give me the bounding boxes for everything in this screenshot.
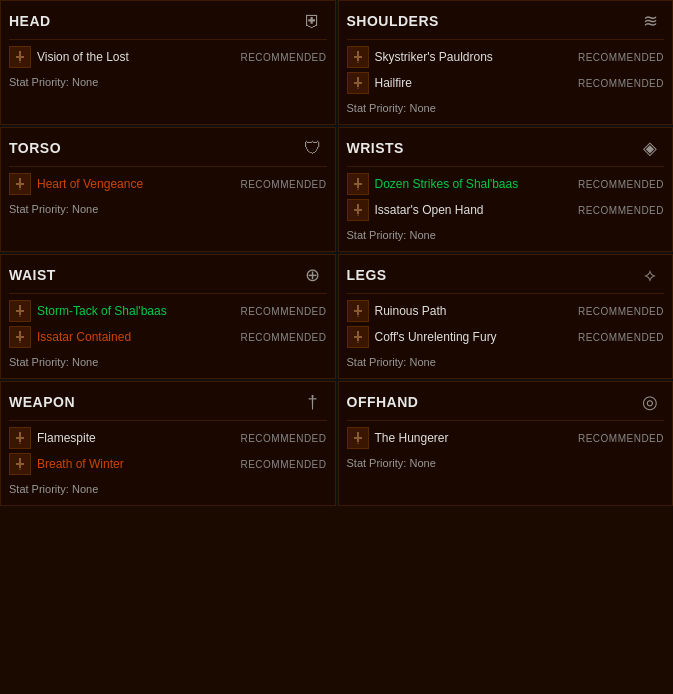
item-icon bbox=[9, 46, 31, 68]
svg-marker-32 bbox=[19, 442, 21, 444]
list-item[interactable]: Issatar's Open HandRECOMMENDED bbox=[347, 199, 665, 221]
list-item[interactable]: HailfireRECOMMENDED bbox=[347, 72, 665, 94]
panel-icon-offhand: ◎ bbox=[636, 388, 664, 416]
stat-priority-label: Stat Priority: bbox=[9, 76, 69, 88]
panel-head: Head⛨ Vision of the LostRECOMMENDEDStat … bbox=[0, 0, 336, 125]
item-recommended-badge: RECOMMENDED bbox=[578, 52, 664, 63]
list-item[interactable]: Heart of VengeanceRECOMMENDED bbox=[9, 173, 327, 195]
svg-marker-23 bbox=[19, 341, 21, 343]
panel-torso: Torso🛡 Heart of VengeanceRECOMMENDEDStat… bbox=[0, 127, 336, 252]
svg-rect-22 bbox=[16, 336, 24, 338]
panel-wrists: Wrists◈ Dozen Strikes of Shal'baasRECOMM… bbox=[338, 127, 674, 252]
stat-priority-label: Stat Priority: bbox=[347, 356, 407, 368]
item-name: Issatar Contained bbox=[37, 330, 234, 344]
svg-marker-20 bbox=[19, 315, 21, 317]
stat-priority-label: Stat Priority: bbox=[9, 356, 69, 368]
panel-shoulders: Shoulders≋ Skystriker's PauldronsRECOMME… bbox=[338, 0, 674, 125]
list-item[interactable]: The HungererRECOMMENDED bbox=[347, 427, 665, 449]
stat-priority-value: None bbox=[72, 203, 98, 215]
svg-rect-25 bbox=[354, 310, 362, 312]
item-recommended-badge: RECOMMENDED bbox=[240, 52, 326, 63]
stat-priority-legs: Stat Priority: None bbox=[347, 356, 665, 368]
panel-header-legs: Legs⟡ bbox=[347, 261, 665, 294]
stat-priority-waist: Stat Priority: None bbox=[9, 356, 327, 368]
svg-marker-14 bbox=[357, 188, 359, 190]
item-icon bbox=[347, 173, 369, 195]
item-recommended-badge: RECOMMENDED bbox=[578, 433, 664, 444]
panel-title-torso: Torso bbox=[9, 140, 61, 156]
stat-priority-head: Stat Priority: None bbox=[9, 76, 327, 88]
stat-priority-weapon: Stat Priority: None bbox=[9, 483, 327, 495]
item-name: Heart of Vengeance bbox=[37, 177, 234, 191]
item-name: The Hungerer bbox=[375, 431, 572, 445]
list-item[interactable]: Ruinous PathRECOMMENDED bbox=[347, 300, 665, 322]
item-name: Storm-Tack of Shal'baas bbox=[37, 304, 234, 318]
list-item[interactable]: Breath of WinterRECOMMENDED bbox=[9, 453, 327, 475]
list-item[interactable]: Vision of the LostRECOMMENDED bbox=[9, 46, 327, 68]
svg-rect-1 bbox=[16, 56, 24, 58]
list-item[interactable]: FlamespiteRECOMMENDED bbox=[9, 427, 327, 449]
item-icon bbox=[347, 326, 369, 348]
panel-weapon: Weapon† FlamespiteRECOMMENDED Breath of … bbox=[0, 381, 336, 506]
panel-title-offhand: Offhand bbox=[347, 394, 419, 410]
item-recommended-badge: RECOMMENDED bbox=[240, 433, 326, 444]
item-icon bbox=[9, 300, 31, 322]
list-item[interactable]: Storm-Tack of Shal'baasRECOMMENDED bbox=[9, 300, 327, 322]
svg-rect-7 bbox=[354, 82, 362, 84]
stat-priority-label: Stat Priority: bbox=[347, 229, 407, 241]
panel-title-weapon: Weapon bbox=[9, 394, 75, 410]
item-icon bbox=[9, 427, 31, 449]
item-icon bbox=[9, 326, 31, 348]
svg-rect-37 bbox=[354, 437, 362, 439]
item-icon bbox=[347, 427, 369, 449]
svg-marker-5 bbox=[357, 61, 359, 63]
item-recommended-badge: RECOMMENDED bbox=[240, 179, 326, 190]
equipment-grid: Head⛨ Vision of the LostRECOMMENDEDStat … bbox=[0, 0, 673, 506]
panel-header-shoulders: Shoulders≋ bbox=[347, 7, 665, 40]
panel-title-waist: Waist bbox=[9, 267, 56, 283]
svg-rect-16 bbox=[354, 209, 362, 211]
stat-priority-torso: Stat Priority: None bbox=[9, 203, 327, 215]
stat-priority-value: None bbox=[409, 229, 435, 241]
svg-marker-26 bbox=[357, 315, 359, 317]
panel-icon-wrists: ◈ bbox=[636, 134, 664, 162]
stat-priority-label: Stat Priority: bbox=[9, 203, 69, 215]
panel-header-waist: Waist⊕ bbox=[9, 261, 327, 294]
item-name: Dozen Strikes of Shal'baas bbox=[375, 177, 572, 191]
panel-offhand: Offhand◎ The HungererRECOMMENDEDStat Pri… bbox=[338, 381, 674, 506]
svg-marker-11 bbox=[19, 188, 21, 190]
stat-priority-label: Stat Priority: bbox=[9, 483, 69, 495]
list-item[interactable]: Coff's Unrelenting FuryRECOMMENDED bbox=[347, 326, 665, 348]
svg-rect-13 bbox=[354, 183, 362, 185]
svg-marker-17 bbox=[357, 214, 359, 216]
stat-priority-value: None bbox=[72, 356, 98, 368]
panel-header-wrists: Wrists◈ bbox=[347, 134, 665, 167]
panel-header-torso: Torso🛡 bbox=[9, 134, 327, 167]
panel-icon-torso: 🛡 bbox=[299, 134, 327, 162]
panel-icon-head: ⛨ bbox=[299, 7, 327, 35]
panel-legs: Legs⟡ Ruinous PathRECOMMENDED Coff's Unr… bbox=[338, 254, 674, 379]
item-recommended-badge: RECOMMENDED bbox=[578, 332, 664, 343]
panel-header-weapon: Weapon† bbox=[9, 388, 327, 421]
item-recommended-badge: RECOMMENDED bbox=[240, 459, 326, 470]
item-name: Vision of the Lost bbox=[37, 50, 234, 64]
item-icon bbox=[347, 72, 369, 94]
stat-priority-shoulders: Stat Priority: None bbox=[347, 102, 665, 114]
stat-priority-value: None bbox=[72, 76, 98, 88]
item-recommended-badge: RECOMMENDED bbox=[240, 306, 326, 317]
svg-marker-35 bbox=[19, 468, 21, 470]
item-recommended-badge: RECOMMENDED bbox=[578, 205, 664, 216]
item-icon bbox=[9, 173, 31, 195]
list-item[interactable]: Dozen Strikes of Shal'baasRECOMMENDED bbox=[347, 173, 665, 195]
list-item[interactable]: Issatar ContainedRECOMMENDED bbox=[9, 326, 327, 348]
stat-priority-offhand: Stat Priority: None bbox=[347, 457, 665, 469]
list-item[interactable]: Skystriker's PauldronsRECOMMENDED bbox=[347, 46, 665, 68]
panel-icon-waist: ⊕ bbox=[299, 261, 327, 289]
item-name: Breath of Winter bbox=[37, 457, 234, 471]
stat-priority-wrists: Stat Priority: None bbox=[347, 229, 665, 241]
panel-icon-legs: ⟡ bbox=[636, 261, 664, 289]
svg-marker-2 bbox=[19, 61, 21, 63]
panel-title-head: Head bbox=[9, 13, 51, 29]
item-recommended-badge: RECOMMENDED bbox=[578, 179, 664, 190]
stat-priority-value: None bbox=[409, 457, 435, 469]
